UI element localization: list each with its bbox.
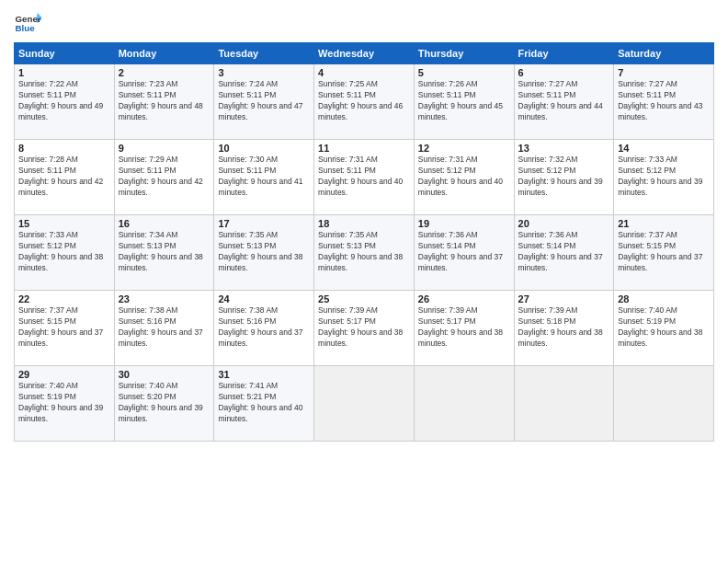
calendar-cell: 6Sunrise: 7:27 AM Sunset: 5:11 PM Daylig… — [514, 64, 614, 140]
day-info: Sunrise: 7:39 AM Sunset: 5:18 PM Dayligh… — [518, 305, 610, 350]
day-info: Sunrise: 7:37 AM Sunset: 5:15 PM Dayligh… — [18, 305, 110, 350]
calendar-cell — [514, 366, 614, 442]
calendar-cell — [614, 366, 714, 442]
calendar-cell: 4Sunrise: 7:25 AM Sunset: 5:11 PM Daylig… — [314, 64, 415, 140]
day-info: Sunrise: 7:31 AM Sunset: 5:12 PM Dayligh… — [418, 155, 510, 199]
day-number: 1 — [18, 67, 110, 78]
calendar: SundayMondayTuesdayWednesdayThursdayFrid… — [14, 42, 714, 442]
calendar-cell: 25Sunrise: 7:39 AM Sunset: 5:17 PM Dayli… — [314, 291, 415, 366]
calendar-cell: 23Sunrise: 7:38 AM Sunset: 5:16 PM Dayli… — [114, 291, 214, 366]
day-number: 22 — [18, 293, 110, 304]
logo-icon: General Blue — [14, 9, 41, 37]
day-info: Sunrise: 7:37 AM Sunset: 5:15 PM Dayligh… — [618, 230, 710, 274]
calendar-cell: 15Sunrise: 7:33 AM Sunset: 5:12 PM Dayli… — [15, 215, 115, 291]
day-info: Sunrise: 7:39 AM Sunset: 5:17 PM Dayligh… — [318, 305, 410, 350]
day-number: 9 — [119, 143, 210, 154]
day-info: Sunrise: 7:30 AM Sunset: 5:11 PM Dayligh… — [218, 155, 310, 199]
calendar-cell: 29Sunrise: 7:40 AM Sunset: 5:19 PM Dayli… — [15, 366, 115, 442]
day-number: 7 — [618, 67, 710, 78]
day-number: 16 — [119, 218, 210, 229]
calendar-week-row: 29Sunrise: 7:40 AM Sunset: 5:19 PM Dayli… — [15, 366, 714, 442]
day-info: Sunrise: 7:33 AM Sunset: 5:12 PM Dayligh… — [618, 155, 710, 199]
day-info: Sunrise: 7:22 AM Sunset: 5:11 PM Dayligh… — [18, 79, 110, 123]
calendar-cell: 12Sunrise: 7:31 AM Sunset: 5:12 PM Dayli… — [414, 140, 514, 215]
calendar-cell: 7Sunrise: 7:27 AM Sunset: 5:11 PM Daylig… — [614, 64, 714, 140]
day-of-week-header: Sunday — [15, 43, 115, 64]
calendar-cell: 16Sunrise: 7:34 AM Sunset: 5:13 PM Dayli… — [114, 215, 214, 291]
calendar-cell: 14Sunrise: 7:33 AM Sunset: 5:12 PM Dayli… — [614, 140, 714, 215]
day-number: 25 — [318, 293, 410, 304]
calendar-cell: 3Sunrise: 7:24 AM Sunset: 5:11 PM Daylig… — [214, 64, 314, 140]
day-number: 6 — [518, 67, 610, 78]
day-info: Sunrise: 7:36 AM Sunset: 5:14 PM Dayligh… — [518, 230, 610, 274]
day-info: Sunrise: 7:33 AM Sunset: 5:12 PM Dayligh… — [18, 230, 110, 274]
day-number: 10 — [218, 143, 310, 154]
day-number: 31 — [218, 369, 310, 380]
day-number: 28 — [618, 293, 710, 304]
calendar-cell: 22Sunrise: 7:37 AM Sunset: 5:15 PM Dayli… — [15, 291, 115, 366]
page: General Blue SundayMondayTuesdayWednesda… — [0, 0, 728, 563]
header: General Blue — [14, 9, 714, 37]
calendar-cell: 30Sunrise: 7:40 AM Sunset: 5:20 PM Dayli… — [114, 366, 214, 442]
day-info: Sunrise: 7:23 AM Sunset: 5:11 PM Dayligh… — [119, 79, 210, 123]
calendar-cell: 24Sunrise: 7:38 AM Sunset: 5:16 PM Dayli… — [214, 291, 314, 366]
svg-text:Blue: Blue — [16, 23, 36, 33]
day-number: 29 — [18, 369, 110, 380]
day-info: Sunrise: 7:35 AM Sunset: 5:13 PM Dayligh… — [218, 230, 310, 274]
day-number: 3 — [218, 67, 310, 78]
calendar-cell: 26Sunrise: 7:39 AM Sunset: 5:17 PM Dayli… — [414, 291, 514, 366]
day-of-week-header: Monday — [114, 43, 214, 64]
calendar-cell: 10Sunrise: 7:30 AM Sunset: 5:11 PM Dayli… — [214, 140, 314, 215]
day-number: 12 — [418, 143, 510, 154]
day-number: 5 — [418, 67, 510, 78]
day-info: Sunrise: 7:35 AM Sunset: 5:13 PM Dayligh… — [318, 230, 410, 274]
day-info: Sunrise: 7:29 AM Sunset: 5:11 PM Dayligh… — [119, 155, 210, 199]
logo: General Blue — [14, 9, 45, 37]
day-info: Sunrise: 7:24 AM Sunset: 5:11 PM Dayligh… — [218, 79, 310, 123]
day-number: 19 — [418, 218, 510, 229]
day-number: 8 — [18, 143, 110, 154]
day-info: Sunrise: 7:25 AM Sunset: 5:11 PM Dayligh… — [318, 79, 410, 123]
calendar-week-row: 22Sunrise: 7:37 AM Sunset: 5:15 PM Dayli… — [15, 291, 714, 366]
calendar-cell — [414, 366, 514, 442]
day-info: Sunrise: 7:27 AM Sunset: 5:11 PM Dayligh… — [618, 79, 710, 123]
calendar-week-row: 1Sunrise: 7:22 AM Sunset: 5:11 PM Daylig… — [15, 64, 714, 140]
calendar-cell: 28Sunrise: 7:40 AM Sunset: 5:19 PM Dayli… — [614, 291, 714, 366]
calendar-header: SundayMondayTuesdayWednesdayThursdayFrid… — [15, 43, 714, 64]
day-info: Sunrise: 7:40 AM Sunset: 5:19 PM Dayligh… — [618, 305, 710, 350]
day-info: Sunrise: 7:39 AM Sunset: 5:17 PM Dayligh… — [418, 305, 510, 350]
calendar-cell: 13Sunrise: 7:32 AM Sunset: 5:12 PM Dayli… — [514, 140, 614, 215]
day-info: Sunrise: 7:31 AM Sunset: 5:11 PM Dayligh… — [318, 155, 410, 199]
calendar-cell: 31Sunrise: 7:41 AM Sunset: 5:21 PM Dayli… — [214, 366, 314, 442]
day-of-week-header: Saturday — [614, 43, 714, 64]
day-number: 24 — [218, 293, 310, 304]
day-number: 2 — [119, 67, 210, 78]
day-number: 27 — [518, 293, 610, 304]
calendar-cell: 27Sunrise: 7:39 AM Sunset: 5:18 PM Dayli… — [514, 291, 614, 366]
day-number: 4 — [318, 67, 410, 78]
day-info: Sunrise: 7:41 AM Sunset: 5:21 PM Dayligh… — [218, 381, 310, 425]
day-number: 20 — [518, 218, 610, 229]
day-info: Sunrise: 7:27 AM Sunset: 5:11 PM Dayligh… — [518, 79, 610, 123]
day-info: Sunrise: 7:36 AM Sunset: 5:14 PM Dayligh… — [418, 230, 510, 274]
day-info: Sunrise: 7:32 AM Sunset: 5:12 PM Dayligh… — [518, 155, 610, 199]
calendar-week-row: 8Sunrise: 7:28 AM Sunset: 5:11 PM Daylig… — [15, 140, 714, 215]
day-info: Sunrise: 7:38 AM Sunset: 5:16 PM Dayligh… — [119, 305, 210, 350]
day-info: Sunrise: 7:26 AM Sunset: 5:11 PM Dayligh… — [418, 79, 510, 123]
calendar-cell: 21Sunrise: 7:37 AM Sunset: 5:15 PM Dayli… — [614, 215, 714, 291]
calendar-cell: 2Sunrise: 7:23 AM Sunset: 5:11 PM Daylig… — [114, 64, 214, 140]
day-number: 23 — [119, 293, 210, 304]
calendar-cell: 8Sunrise: 7:28 AM Sunset: 5:11 PM Daylig… — [15, 140, 115, 215]
calendar-cell: 17Sunrise: 7:35 AM Sunset: 5:13 PM Dayli… — [214, 215, 314, 291]
calendar-cell — [314, 366, 415, 442]
calendar-cell: 9Sunrise: 7:29 AM Sunset: 5:11 PM Daylig… — [114, 140, 214, 215]
day-info: Sunrise: 7:40 AM Sunset: 5:20 PM Dayligh… — [119, 381, 210, 425]
day-info: Sunrise: 7:38 AM Sunset: 5:16 PM Dayligh… — [218, 305, 310, 350]
day-of-week-header: Wednesday — [314, 43, 415, 64]
day-of-week-header: Tuesday — [214, 43, 314, 64]
day-info: Sunrise: 7:40 AM Sunset: 5:19 PM Dayligh… — [18, 381, 110, 425]
day-of-week-header: Thursday — [414, 43, 514, 64]
day-number: 30 — [119, 369, 210, 380]
calendar-body: 1Sunrise: 7:22 AM Sunset: 5:11 PM Daylig… — [15, 64, 714, 442]
calendar-week-row: 15Sunrise: 7:33 AM Sunset: 5:12 PM Dayli… — [15, 215, 714, 291]
